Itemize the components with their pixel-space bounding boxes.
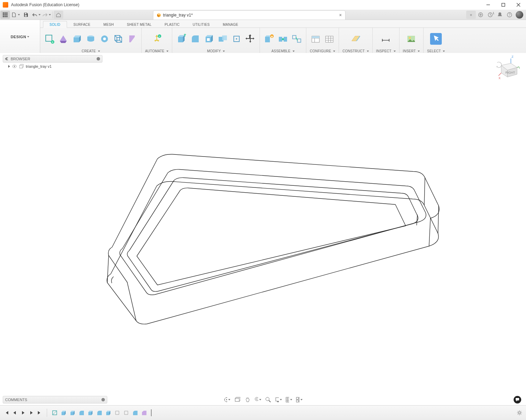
press-pull-button[interactable] [176,33,187,45]
group-configure-label[interactable]: CONFIGURE [310,49,335,53]
timeline-feature-extrude-1[interactable] [60,409,67,416]
timeline-feature-sketch[interactable] [51,409,58,416]
undo-button[interactable] [31,11,41,19]
user-avatar[interactable] [516,11,523,19]
maximize-button[interactable] [496,0,511,10]
group-select-label[interactable]: SELECT [427,49,445,53]
change-parameters-button[interactable] [324,33,335,45]
pan-button[interactable] [244,396,251,403]
extensions-button[interactable] [476,11,485,19]
create-sketch-button[interactable]: + [44,33,55,45]
timeline-end-button[interactable] [36,410,43,416]
timeline-feature-extrude-2[interactable] [69,409,76,416]
revolve-button[interactable] [85,33,97,45]
timeline-start-button[interactable] [3,410,10,416]
select-button[interactable] [430,33,442,45]
construct-plane-button[interactable] [350,33,362,45]
close-tab-button[interactable]: × [339,13,342,18]
move-button[interactable] [244,33,256,45]
group-construct-label[interactable]: CONSTRUCT [342,49,369,53]
rib-button[interactable] [126,33,138,45]
timeline-step-back-button[interactable] [12,410,18,416]
home-button[interactable] [54,11,63,19]
comments-pin-button[interactable] [101,398,105,401]
grid-settings-button[interactable] [285,396,292,403]
model-canvas[interactable] [0,53,526,406]
new-component-button[interactable]: ★ [263,33,275,45]
group-inspect: INSPECT [373,28,399,54]
help-button[interactable]: ? [505,11,514,19]
data-panel-button[interactable] [0,11,10,19]
group-automate: + AUTOMATE [142,28,172,54]
file-menu-button[interactable] [11,11,20,19]
svg-line-71 [424,178,425,205]
ribbon-tab-sheet-metal[interactable]: SHEET METAL [120,21,158,28]
job-status-button[interactable]: 1 [485,11,495,19]
group-assemble-label[interactable]: ASSEMBLE [271,49,295,53]
minimize-button[interactable] [481,0,496,10]
timeline-feature-fillet-3[interactable] [132,409,139,416]
loft-button[interactable] [112,33,124,45]
group-create-label[interactable]: CREATE [81,49,100,53]
timeline-feature-extrude-3[interactable] [87,409,94,416]
viewport-layout-button[interactable] [296,396,303,403]
fillet-button[interactable] [189,33,201,45]
shell-button[interactable] [203,33,215,45]
svg-text:+: + [158,35,160,38]
draft-button[interactable] [231,33,242,45]
svg-rect-19 [46,35,52,41]
group-insert-label[interactable]: INSERT [403,49,420,53]
ribbon-tab-manage[interactable]: MANAGE [216,21,245,28]
document-tab[interactable]: triangle_tray v1* × [153,10,346,20]
group-automate-label[interactable]: AUTOMATE [145,49,168,53]
ribbon-tab-surface[interactable]: SURFACE [67,21,97,28]
extrude-button[interactable] [71,33,83,45]
timeline-feature-sketch-2[interactable] [114,409,121,416]
timeline-feature-extrude-4[interactable] [105,409,112,416]
assistant-button[interactable] [514,396,521,403]
svg-point-74 [226,399,227,400]
svg-rect-45 [284,37,287,42]
timeline-feature-fillet-1[interactable] [78,409,85,416]
timeline-settings-button[interactable] [516,410,523,416]
group-modify-label[interactable]: MODIFY [207,49,225,53]
orbit-button[interactable] [223,396,230,403]
svg-line-70 [438,206,439,234]
timeline-feature-sketch-3[interactable] [123,409,130,416]
timeline-marker[interactable] [150,409,153,416]
comments-panel-header[interactable]: COMMENTS [3,396,107,403]
svg-rect-7 [3,14,4,15]
configure-table-button[interactable] [310,33,321,45]
sweep-button[interactable] [99,33,110,45]
automate-button[interactable]: + [151,33,163,45]
combine-button[interactable] [217,33,229,45]
fit-button[interactable] [265,396,272,403]
look-at-button[interactable] [234,396,241,403]
redo-button[interactable] [42,11,51,19]
notifications-button[interactable] [495,11,505,19]
timeline-play-button[interactable] [20,410,26,416]
joint-button[interactable] [277,33,289,45]
measure-button[interactable] [380,33,392,45]
ribbon-tab-mesh[interactable]: MESH [97,21,120,28]
ribbon-tab-plastic[interactable]: PLASTIC [158,21,186,28]
create-form-button[interactable] [57,33,69,45]
group-inspect-label[interactable]: INSPECT [376,49,396,53]
new-tab-button[interactable]: ＋ [466,11,476,19]
viewport[interactable]: BROWSER triangle_tray v1 Z RIGHT Y X [0,53,526,406]
workspace-switcher[interactable]: DESIGN [0,20,40,54]
timeline-feature-chamfer[interactable] [141,409,147,416]
svg-line-111 [518,414,518,415]
save-button[interactable] [21,11,31,19]
display-settings-button[interactable] [275,396,282,403]
timeline-feature-fillet-2[interactable] [96,409,103,416]
close-button[interactable] [511,0,526,10]
ribbon-tab-utilities[interactable]: UTILITIES [186,21,216,28]
timeline-step-forward-button[interactable] [28,410,34,416]
as-built-joint-button[interactable] [291,33,303,45]
ribbon-tab-solid[interactable]: SOLID [43,21,67,28]
insert-decal-button[interactable] [405,33,417,45]
svg-rect-44 [279,37,282,42]
zoom-button[interactable] [254,396,261,403]
job-status-count: 1 [493,11,494,15]
